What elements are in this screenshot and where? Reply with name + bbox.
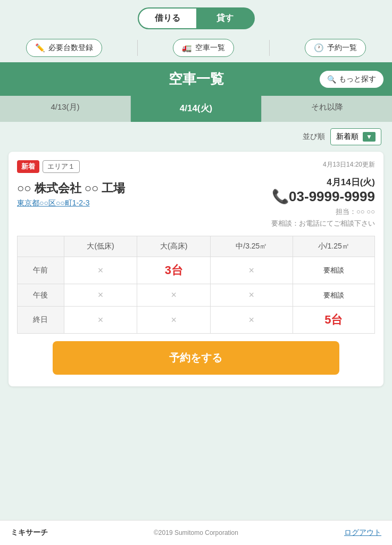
header-large-low: 大(低床) xyxy=(64,236,137,257)
cell-afternoon-small: 要相談 xyxy=(293,284,374,307)
header-period xyxy=(18,236,64,257)
period-afternoon: 午後 xyxy=(18,284,64,307)
cell-allday-large-low: × xyxy=(64,307,137,334)
cell-morning-small: 要相談 xyxy=(293,257,374,284)
card-badges: 新着 エリア１ xyxy=(17,160,80,173)
cross-icon: × xyxy=(98,265,104,276)
table-row: 午前 × 3台 × 要相談 xyxy=(18,257,375,284)
toggle-bar: 借りる 貸す xyxy=(0,0,392,35)
cell-afternoon-large-low: × xyxy=(64,284,137,307)
card-date: 4月14日(火) xyxy=(271,176,375,188)
card-contact: 担当：○○ ○○ xyxy=(271,207,375,217)
consult-morning-small: 要相談 xyxy=(323,266,344,274)
toggle-lend[interactable]: 貸す xyxy=(196,9,254,28)
cell-afternoon-large-high: × xyxy=(137,284,211,307)
dropdown-arrow-icon: ▼ xyxy=(363,132,376,142)
cell-allday-large-high: × xyxy=(137,307,211,334)
card-date-phone: 4月14日(火) 📞03-9999-9999 担当：○○ ○○ 要相談：お電話に… xyxy=(271,176,375,228)
cross-icon: × xyxy=(249,315,255,325)
footer-brand: ミキサーチ xyxy=(11,528,48,538)
truck-icon: 🚛 xyxy=(182,43,192,53)
cell-allday-small: 5台 xyxy=(293,307,374,334)
register-label: 必要台数登録 xyxy=(48,43,93,53)
sort-select[interactable]: 新着順 ▼ xyxy=(330,128,381,145)
reservation-label: 予約一覧 xyxy=(327,43,357,53)
cross-icon: × xyxy=(171,315,177,325)
count-allday-small: 5台 xyxy=(324,313,343,326)
logout-link[interactable]: ログアウト xyxy=(344,528,381,538)
phone-number: 03-9999-9999 xyxy=(289,188,375,204)
cell-morning-large-high: 3台 xyxy=(137,257,211,284)
tab-date-3[interactable]: それ以降 xyxy=(261,96,392,122)
cell-morning-large-low: × xyxy=(64,257,137,284)
company-address[interactable]: 東京都○○区○○町1-2-3 xyxy=(17,199,126,208)
clock-icon: 🕐 xyxy=(314,43,324,53)
nav-divider-1 xyxy=(137,40,138,56)
page-header: 空車一覧 🔍 もっと探す xyxy=(0,62,392,96)
period-morning: 午前 xyxy=(18,257,64,284)
footer-copyright: ©2019 Sumitomo Corporation xyxy=(154,529,238,536)
sort-label: 並び順 xyxy=(303,132,325,142)
cross-icon: × xyxy=(249,290,255,300)
toggle-borrow[interactable]: 借りる xyxy=(139,9,196,28)
company-name: ○○ 株式会社 ○○ 工場 xyxy=(17,180,126,196)
reservation-list-button[interactable]: 🕐 予約一覧 xyxy=(305,39,366,57)
card-update-time: 4月13日14:20更新 xyxy=(323,160,375,169)
cross-icon: × xyxy=(98,290,104,300)
company-info: ○○ 株式会社 ○○ 工場 東京都○○区○○町1-2-3 xyxy=(17,176,126,210)
card-phone[interactable]: 📞03-9999-9999 xyxy=(271,188,375,205)
badge-area: エリア１ xyxy=(43,160,80,173)
sort-bar: 並び順 新着順 ▼ xyxy=(0,122,392,152)
availability-card: 新着 エリア１ 4月13日14:20更新 ○○ 株式会社 ○○ 工場 東京都○○… xyxy=(9,152,383,386)
header-large-high: 大(高床) xyxy=(137,236,211,257)
cross-icon: × xyxy=(98,315,104,325)
available-label: 空車一覧 xyxy=(195,43,225,53)
table-header-row: 大(低床) 大(高床) 中/3.25㎡ 小/1.25㎡ xyxy=(18,236,375,257)
tab-date-2[interactable]: 4/14(火) xyxy=(131,96,261,122)
sort-current-value: 新着順 xyxy=(336,132,358,142)
edit-icon: ✏️ xyxy=(35,43,45,53)
footer: ミキサーチ ©2019 Sumitomo Corporation ログアウト xyxy=(0,520,392,545)
toggle-pill: 借りる 貸す xyxy=(138,7,255,29)
card-consult-note: 要相談：お電話にてご相談下さい xyxy=(271,219,375,228)
cross-icon: × xyxy=(249,265,255,276)
table-row: 午後 × × × 要相談 xyxy=(18,284,375,307)
header-medium: 中/3.25㎡ xyxy=(211,236,293,257)
cell-morning-medium: × xyxy=(211,257,293,284)
card-top-row: 新着 エリア１ 4月13日14:20更新 xyxy=(17,160,375,173)
badge-new: 新着 xyxy=(17,160,39,173)
cell-afternoon-medium: × xyxy=(211,284,293,307)
consult-afternoon-small: 要相談 xyxy=(323,291,344,299)
more-search-button[interactable]: 🔍 もっと探す xyxy=(320,71,383,88)
period-allday: 終日 xyxy=(18,307,64,334)
date-tabs: 4/13(月) 4/14(火) それ以降 xyxy=(0,96,392,122)
nav-buttons: ✏️ 必要台数登録 🚛 空車一覧 🕐 予約一覧 xyxy=(0,35,392,62)
table-row: 終日 × × × 5台 xyxy=(18,307,375,334)
header-small: 小/1.25㎡ xyxy=(293,236,374,257)
search-icon: 🔍 xyxy=(327,75,336,84)
available-list-button[interactable]: 🚛 空車一覧 xyxy=(173,39,234,57)
phone-icon: 📞 xyxy=(272,188,289,204)
main-content: 並び順 新着順 ▼ 新着 エリア１ 4月13日14:20更新 ○○ 株式会社 ○… xyxy=(0,122,392,545)
cell-allday-medium: × xyxy=(211,307,293,334)
register-button[interactable]: ✏️ 必要台数登録 xyxy=(26,39,102,57)
nav-divider-2 xyxy=(269,40,270,56)
count-morning-high: 3台 xyxy=(165,263,183,277)
tab-date-1[interactable]: 4/13(月) xyxy=(0,96,131,122)
reserve-button[interactable]: 予約をする xyxy=(53,341,339,375)
availability-table: 大(低床) 大(高床) 中/3.25㎡ 小/1.25㎡ 午前 × 3台 × 要相… xyxy=(17,236,375,334)
search-button-label: もっと探す xyxy=(339,75,376,84)
page-title: 空車一覧 xyxy=(169,70,224,88)
cross-icon: × xyxy=(171,290,177,300)
